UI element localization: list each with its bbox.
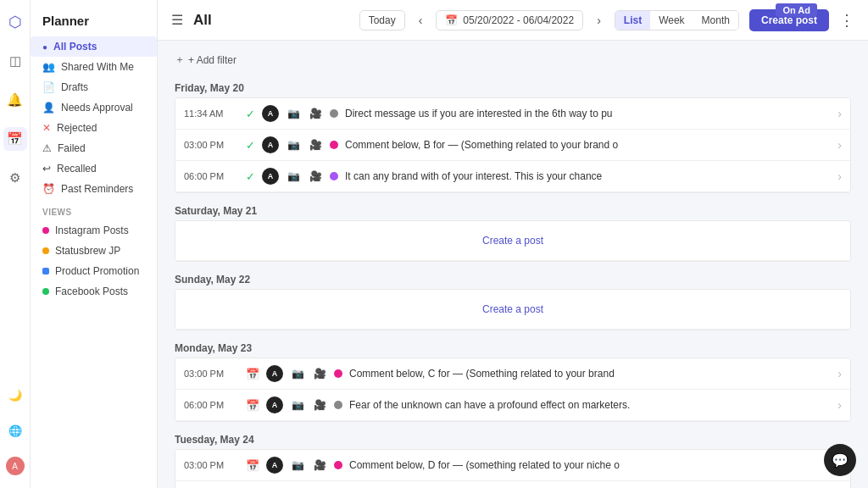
post-color-dot [330, 172, 338, 180]
day-rows-may20: 11:34 AM ✓ A 📷 🎥 Direct message us if yo… [175, 97, 851, 193]
sidebar-label-drafts: Drafts [61, 81, 88, 93]
post-color-dot [330, 109, 338, 118]
camera-icon: 🎥 [312, 397, 327, 413]
moon-icon[interactable]: 🌙 [3, 383, 27, 407]
camera-icon: 🎥 [308, 137, 323, 152]
post-text: Fear of the unknown can have a profound … [349, 399, 831, 411]
date-range-picker[interactable]: 📅 05/20/2022 - 06/04/2022 [436, 10, 583, 30]
today-button[interactable]: Today [359, 10, 405, 30]
menu-icon[interactable]: ☰ [171, 12, 183, 28]
user-avatar-icon[interactable]: A [3, 454, 27, 478]
add-filter-label: + Add filter [188, 54, 236, 66]
list-view-button[interactable]: List [615, 11, 650, 30]
views-section-label: VIEWS [31, 199, 157, 220]
sidebar-item-product-promotion[interactable]: Product Promotion [31, 261, 157, 281]
post-time: 03:00 PM [184, 369, 239, 379]
post-row[interactable]: 03:00 PM ✓ A 📷 🎥 Comment below, B for — … [175, 130, 850, 161]
content-area: ＋ + Add filter Friday, May 20 11:34 AM ✓… [158, 41, 868, 488]
nav-analytics-icon[interactable]: ◫ [3, 49, 27, 73]
day-section-may24: Tuesday, May 24 03:00 PM 📅 A 📷 🎥 Comment… [175, 427, 851, 488]
camera-icon: 🎥 [308, 169, 323, 184]
sidebar-label-rejected: Rejected [57, 122, 97, 134]
post-status-calendar: 📅 [246, 459, 259, 472]
sidebar-item-shared[interactable]: 👥 Shared With Me [31, 57, 157, 77]
add-filter-icon: ＋ [175, 53, 185, 67]
nav-bell-icon[interactable]: 🔔 [3, 88, 27, 112]
sidebar-item-past-reminders[interactable]: ⏰ Past Reminders [31, 179, 157, 199]
sidebar-item-all-posts[interactable]: ● All Posts [31, 36, 157, 57]
post-color-dot [334, 461, 342, 469]
avatar: A [262, 168, 279, 185]
post-row[interactable]: 03:00 PM 📅 A 📷 🎥 Comment below, C for — … [175, 358, 850, 390]
post-text: Comment below, B for — (Something relate… [345, 139, 831, 151]
sidebar-item-needs-approval[interactable]: 👤 Needs Approval [31, 97, 157, 118]
more-options-icon[interactable]: ⋮ [839, 11, 854, 30]
nav-calendar-icon[interactable]: 📅 [3, 127, 27, 151]
avatar: A [266, 396, 283, 413]
sidebar-label-failed: Failed [58, 142, 86, 154]
sidebar-item-failed[interactable]: ⚠ Failed [31, 138, 157, 158]
post-text: Comment below, D for — (something relate… [349, 459, 831, 471]
sidebar-item-drafts[interactable]: 📄 Drafts [31, 77, 157, 97]
day-section-may22: Sunday, May 22 Create a post [175, 267, 851, 330]
week-view-button[interactable]: Week [650, 11, 693, 30]
create-post-row: Create a post [175, 221, 850, 261]
day-section-may20: Friday, May 20 11:34 AM ✓ A 📷 🎥 Direct m… [175, 75, 851, 193]
post-row[interactable]: 06:00 PM 📅 A 📷 🎥 Comment below and let u… [175, 481, 850, 488]
post-row[interactable]: 06:00 PM ✓ A 📷 🎥 It can any brand with o… [175, 161, 850, 192]
sidebar-label-all-posts: All Posts [53, 41, 97, 53]
day-rows-may24: 03:00 PM 📅 A 📷 🎥 Comment below, D for — … [175, 449, 851, 488]
sidebar-label-instagram-posts: Instagram Posts [55, 225, 129, 236]
sidebar-item-recalled[interactable]: ↩ Recalled [31, 158, 157, 179]
sidebar-item-statusbrew-jp[interactable]: Statusbrew JP [31, 241, 157, 261]
chevron-right-icon: › [837, 367, 842, 380]
chevron-right-icon: › [837, 107, 842, 120]
post-color-dot [334, 369, 342, 378]
calendar-icon: 📅 [445, 14, 458, 26]
chat-bubble-button[interactable]: 💬 [824, 444, 856, 476]
avatar: A [262, 136, 279, 153]
next-nav-button[interactable]: › [593, 12, 604, 29]
post-row[interactable]: 06:00 PM 📅 A 📷 🎥 Fear of the unknown can… [175, 390, 850, 421]
day-rows-may22: Create a post [175, 289, 851, 330]
post-status-check: ✓ [246, 108, 255, 120]
day-section-may21: Saturday, May 21 Create a post [175, 198, 851, 262]
add-filter-button[interactable]: ＋ + Add filter [175, 53, 236, 67]
month-view-button[interactable]: Month [693, 11, 738, 30]
post-row[interactable]: 03:00 PM 📅 A 📷 🎥 Comment below, D for — … [175, 450, 850, 481]
post-status-check: ✓ [246, 170, 255, 183]
globe-icon[interactable]: 🌐 [3, 419, 27, 442]
chevron-right-icon: › [837, 398, 842, 412]
chevron-right-icon: › [837, 169, 842, 183]
day-header-may20: Friday, May 20 [175, 75, 851, 97]
date-range-text: 05/20/2022 - 06/04/2022 [463, 14, 574, 26]
instagram-icon: 📷 [286, 106, 301, 121]
prev-nav-button[interactable]: ‹ [415, 12, 426, 29]
post-text: Comment below, C for — (Something relate… [349, 368, 831, 380]
post-time: 06:00 PM [184, 400, 239, 410]
topbar: ☰ All Today ‹ 📅 05/20/2022 - 06/04/2022 … [158, 0, 868, 41]
icon-rail: ⬡ ◫ 🔔 📅 ⚙ 🌙 🌐 A [0, 0, 31, 488]
sidebar-label-recalled: Recalled [57, 163, 97, 175]
view-switcher: List Week Month [615, 10, 739, 30]
camera-icon: 🎥 [312, 458, 327, 473]
sidebar-item-facebook-posts[interactable]: Facebook Posts [31, 281, 157, 302]
create-post-link[interactable]: Create a post [482, 235, 543, 247]
day-rows-may21: Create a post [175, 220, 851, 262]
post-status-check: ✓ [246, 139, 255, 152]
on-ad-badge: On Ad [776, 3, 817, 17]
nav-settings-icon[interactable]: ⚙ [3, 166, 27, 190]
sidebar-title: Planner [31, 10, 157, 36]
sidebar-label-needs-approval: Needs Approval [61, 102, 133, 114]
post-time: 11:34 AM [184, 108, 239, 119]
sidebar-item-rejected[interactable]: ✕ Rejected [31, 118, 157, 138]
logo-icon[interactable]: ⬡ [3, 10, 27, 34]
sidebar-label-product-promotion: Product Promotion [55, 265, 139, 277]
page-title: All [193, 12, 212, 29]
camera-icon: 🎥 [308, 106, 323, 121]
post-color-dot [334, 401, 342, 409]
post-row[interactable]: 11:34 AM ✓ A 📷 🎥 Direct message us if yo… [175, 98, 850, 130]
day-header-may22: Sunday, May 22 [175, 267, 851, 289]
sidebar-item-instagram-posts[interactable]: Instagram Posts [31, 220, 157, 241]
create-post-link[interactable]: Create a post [482, 303, 543, 315]
